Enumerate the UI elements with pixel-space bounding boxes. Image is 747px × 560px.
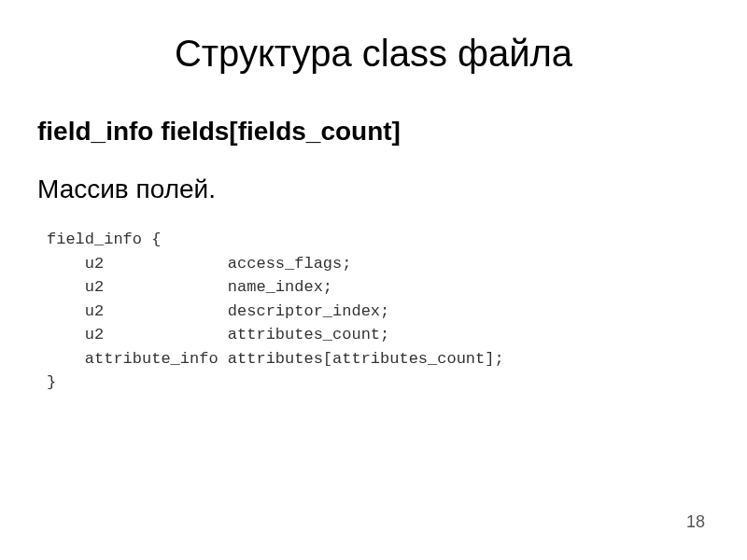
slide-description: Массив полей.	[37, 175, 710, 204]
page-number: 18	[686, 512, 705, 532]
code-line: u2 descriptor_index;	[47, 302, 389, 320]
slide-title: Структура class файла	[0, 0, 747, 93]
code-line: attribute_info attributes[attributes_cou…	[47, 350, 504, 368]
code-line: u2 access_flags;	[47, 255, 351, 273]
code-block: field_info { u2 access_flags; u2 name_in…	[37, 228, 710, 395]
code-line: }	[47, 373, 56, 391]
code-line: u2 name_index;	[47, 278, 332, 296]
slide-subheading: field_info fields[fields_count]	[37, 117, 710, 147]
code-line: u2 attributes_count;	[47, 326, 389, 343]
slide-content: field_info fields[fields_count] Массив п…	[0, 117, 747, 395]
code-line: field_info {	[47, 231, 161, 248]
